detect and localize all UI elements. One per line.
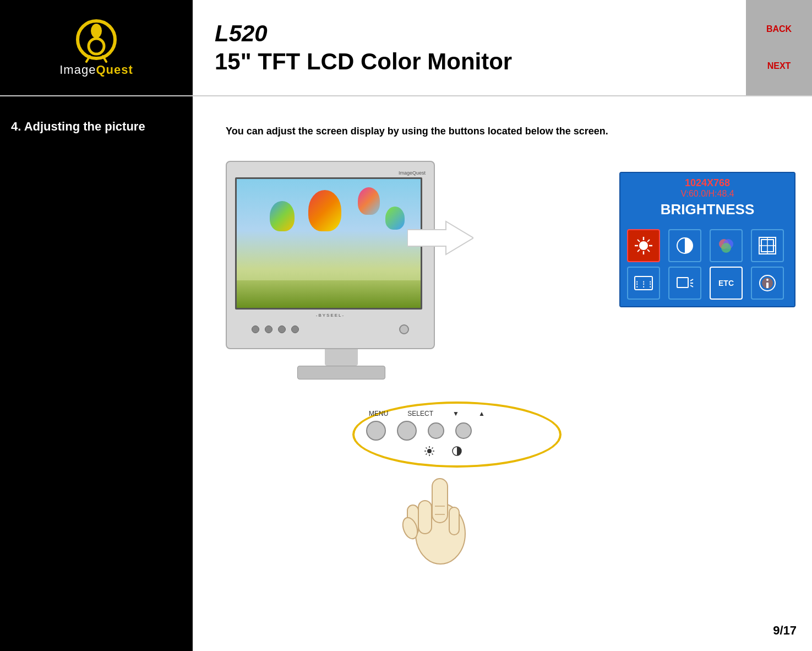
svg-point-6 bbox=[639, 241, 648, 250]
button-labels-row: MENU SELECT ▼ ▲ bbox=[369, 410, 485, 417]
monitor-brand-label: ImageQuest bbox=[235, 170, 426, 176]
color-icon bbox=[716, 236, 736, 256]
monitor-foot bbox=[297, 366, 385, 379]
hand-pointer-icon bbox=[374, 435, 495, 567]
balloon-2 bbox=[270, 201, 295, 231]
select-label: SELECT bbox=[407, 410, 433, 417]
osd-icon-contrast bbox=[668, 229, 701, 262]
svg-line-28 bbox=[690, 285, 693, 287]
logo-icon bbox=[69, 19, 124, 63]
logo-container: ImageQuest bbox=[59, 19, 133, 77]
svg-rect-45 bbox=[418, 501, 432, 534]
svg-line-14 bbox=[637, 249, 640, 252]
back-button[interactable]: BACK bbox=[761, 21, 797, 37]
osd-icon-brightness bbox=[627, 229, 660, 262]
position-icon bbox=[757, 236, 777, 256]
svg-line-26 bbox=[690, 279, 693, 281]
main-content: 4. Adjusting the picture You can adjust … bbox=[0, 96, 812, 651]
svg-rect-25 bbox=[677, 278, 688, 287]
brightness-icon bbox=[634, 236, 653, 256]
sidebar: 4. Adjusting the picture bbox=[0, 96, 193, 651]
svg-rect-32 bbox=[766, 283, 769, 288]
svg-point-31 bbox=[766, 279, 769, 281]
model-name: L520 bbox=[215, 20, 512, 47]
monitor-bezel-bottom: -BYSEEL- bbox=[235, 310, 426, 340]
clock-icon: ⋮⋮⋮ bbox=[634, 273, 653, 293]
monitor-power-btn bbox=[399, 324, 409, 334]
balloon-3 bbox=[358, 187, 380, 215]
etc-label: ETC bbox=[718, 279, 734, 287]
osd-resolution: 1024X768 bbox=[627, 177, 788, 189]
info-icon bbox=[757, 273, 777, 293]
svg-point-2 bbox=[89, 39, 104, 54]
monitor-body: ImageQuest -BYSEEL- bbox=[226, 161, 435, 349]
logo-text: ImageQuest bbox=[59, 63, 133, 77]
down-label: ▼ bbox=[453, 410, 459, 417]
phase-icon bbox=[675, 273, 695, 293]
osd-icon-color bbox=[710, 229, 743, 262]
svg-line-11 bbox=[637, 240, 640, 242]
osd-title: BRIGHTNESS bbox=[627, 201, 788, 218]
monitor-buttons bbox=[241, 322, 420, 337]
monitor-wrapper: ImageQuest -BYSEEL- bbox=[226, 161, 457, 379]
top-bar: ImageQuest L520 15" TFT LCD Color Monito… bbox=[0, 0, 812, 96]
monitor-section: ImageQuest -BYSEEL- bbox=[226, 161, 779, 379]
buttons-section: MENU SELECT ▼ ▲ bbox=[352, 402, 683, 556]
monitor-btn-3 bbox=[278, 326, 286, 333]
header-title: L520 15" TFT LCD Color Monitor bbox=[215, 20, 512, 75]
menu-label: MENU bbox=[369, 410, 388, 417]
osd-header: 1024X768 V:60.0/H:48.4 BRIGHTNESS bbox=[620, 173, 794, 223]
osd-panel: 1024X768 V:60.0/H:48.4 BRIGHTNESS bbox=[619, 172, 795, 307]
arrow-icon bbox=[407, 219, 473, 257]
ground bbox=[237, 280, 421, 308]
balloon-scene bbox=[237, 179, 421, 308]
balloon-4 bbox=[385, 207, 405, 230]
up-label: ▲ bbox=[478, 410, 485, 417]
osd-icon-clock: ⋮⋮⋮ bbox=[627, 267, 660, 300]
svg-marker-5 bbox=[407, 221, 473, 254]
osd-sync: V:60.0/H:48.4 bbox=[627, 189, 788, 199]
content-area: You can adjust the screen display by usi… bbox=[193, 96, 812, 651]
osd-icon-etc: ETC bbox=[710, 267, 743, 300]
monitor-screen bbox=[235, 177, 422, 310]
page-number: 9/17 bbox=[769, 621, 801, 640]
svg-point-1 bbox=[91, 24, 102, 38]
svg-rect-44 bbox=[432, 479, 448, 523]
monitor-btn-4 bbox=[291, 326, 299, 333]
model-subtitle: 15" TFT LCD Color Monitor bbox=[215, 48, 512, 75]
section-title: 4. Adjusting the picture bbox=[11, 118, 182, 135]
monitor-btn-1 bbox=[252, 326, 259, 333]
next-button[interactable]: NEXT bbox=[762, 58, 797, 74]
monitor-button-labels: -BYSEEL- bbox=[241, 313, 420, 318]
svg-line-12 bbox=[647, 249, 650, 252]
balloon-1 bbox=[308, 190, 341, 231]
content-description: You can adjust the screen display by usi… bbox=[226, 124, 639, 139]
svg-rect-47 bbox=[449, 507, 459, 535]
osd-icons-grid: ⋮⋮⋮ ETC bbox=[620, 223, 794, 306]
osd-icon-position bbox=[751, 229, 784, 262]
osd-icon-phase bbox=[668, 267, 701, 300]
svg-line-13 bbox=[647, 240, 650, 242]
nav-buttons: BACK NEXT bbox=[746, 0, 812, 95]
logo-area: ImageQuest bbox=[0, 0, 193, 95]
contrast-icon bbox=[675, 236, 695, 256]
osd-icon-info bbox=[751, 267, 784, 300]
svg-text:⋮⋮⋮: ⋮⋮⋮ bbox=[634, 280, 653, 288]
header-content: L520 15" TFT LCD Color Monitor bbox=[193, 0, 746, 95]
monitor-neck bbox=[325, 349, 358, 366]
svg-point-18 bbox=[721, 243, 731, 253]
monitor-btn-2 bbox=[265, 326, 273, 333]
power-button bbox=[399, 324, 409, 334]
